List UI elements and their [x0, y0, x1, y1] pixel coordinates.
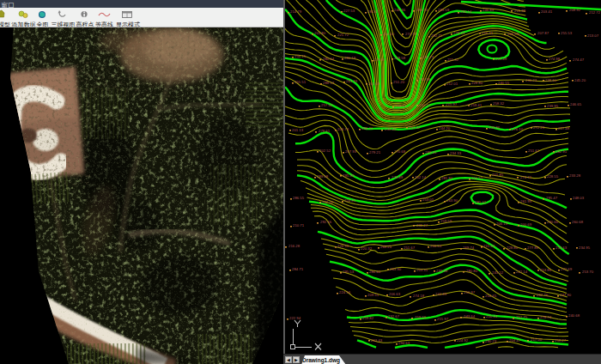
svg-text:206.63: 206.63: [389, 292, 401, 296]
svg-text:261.93: 261.93: [346, 79, 358, 83]
svg-text:238.60: 238.60: [545, 78, 557, 82]
svg-text:274.98: 274.98: [549, 57, 561, 61]
svg-text:203.41: 203.41: [541, 9, 553, 14]
svg-text:288.76: 288.76: [361, 126, 373, 130]
svg-text:240.68: 240.68: [568, 313, 580, 318]
svg-text:258.32: 258.32: [493, 101, 505, 106]
svg-text:288.13: 288.13: [323, 81, 335, 85]
svg-text:243.52: 243.52: [492, 270, 504, 275]
svg-text:274.31: 274.31: [520, 175, 532, 179]
svg-text:222.14: 222.14: [516, 270, 528, 274]
svg-text:215.97: 215.97: [437, 317, 449, 321]
svg-text:272.23: 272.23: [533, 125, 545, 130]
svg-text:290.14: 290.14: [460, 9, 472, 14]
svg-text:213.07: 213.07: [587, 33, 599, 38]
svg-text:215.49: 215.49: [495, 57, 507, 61]
svg-text:240.55: 240.55: [498, 81, 510, 85]
svg-text:255.32: 255.32: [447, 58, 459, 62]
svg-text:218.31: 218.31: [395, 104, 407, 108]
svg-text:210.71: 210.71: [293, 223, 305, 228]
svg-text:274.18: 274.18: [413, 294, 425, 298]
svg-text:227.48: 227.48: [558, 126, 570, 130]
svg-text:295.39: 295.39: [343, 173, 355, 178]
svg-text:215.97: 215.97: [446, 102, 458, 106]
svg-text:245.20: 245.20: [574, 78, 586, 82]
svg-text:286.73: 286.73: [416, 8, 428, 12]
svg-text:278.74: 278.74: [540, 315, 552, 319]
svg-text:262.76: 262.76: [537, 293, 549, 297]
svg-text:292.66: 292.66: [320, 220, 332, 224]
svg-text:274.18: 274.18: [405, 32, 417, 36]
svg-text:281.02: 281.02: [475, 200, 487, 204]
svg-text:295.47: 295.47: [546, 196, 558, 200]
svg-text:258.27: 258.27: [555, 338, 567, 343]
svg-text:216.28: 216.28: [288, 244, 300, 248]
svg-text:206.09: 206.09: [507, 32, 519, 36]
svg-text:278.61: 278.61: [319, 129, 331, 133]
svg-text:263.43: 263.43: [371, 338, 383, 343]
svg-text:203.31: 203.31: [416, 268, 428, 272]
svg-text:246.65: 246.65: [570, 102, 582, 106]
svg-text:254.65: 254.65: [485, 294, 497, 298]
svg-text:280.80: 280.80: [466, 269, 478, 273]
svg-text:226.31: 226.31: [337, 244, 349, 248]
svg-text:269.74: 269.74: [463, 246, 475, 250]
svg-text:234.33: 234.33: [450, 151, 462, 155]
svg-text:228.80: 228.80: [471, 81, 483, 85]
svg-text:256.97: 256.97: [464, 290, 476, 294]
svg-text:201.85: 201.85: [492, 173, 504, 177]
svg-text:212.01: 212.01: [446, 82, 458, 86]
svg-text:224.56: 224.56: [339, 290, 351, 294]
svg-text:221.72: 221.72: [337, 33, 349, 37]
svg-text:245.98: 245.98: [419, 77, 431, 82]
svg-text:224.92: 224.92: [457, 338, 469, 343]
svg-text:289.05: 289.05: [425, 150, 437, 155]
svg-text:278.97: 278.97: [374, 58, 386, 62]
svg-text:259.66: 259.66: [415, 315, 427, 319]
svg-text:255.53: 255.53: [561, 31, 573, 35]
svg-text:233.28: 233.28: [569, 173, 581, 178]
svg-text:206.19: 206.19: [496, 221, 508, 226]
svg-text:286.60: 286.60: [369, 270, 381, 274]
svg-text:259.82: 259.82: [362, 316, 374, 320]
svg-text:239.95: 239.95: [547, 104, 559, 108]
svg-text:204.47: 204.47: [509, 338, 521, 343]
svg-text:238.48: 238.48: [385, 127, 397, 131]
svg-text:253.70: 253.70: [582, 270, 594, 274]
svg-text:294.63: 294.63: [398, 341, 410, 345]
svg-text:270.68: 270.68: [394, 149, 406, 154]
svg-text:281.67: 281.67: [367, 9, 379, 14]
svg-text:255.51: 255.51: [294, 80, 307, 84]
svg-text:276.10: 276.10: [512, 127, 524, 131]
svg-text:286.55: 286.55: [293, 196, 305, 200]
svg-text:253.63: 253.63: [555, 246, 568, 250]
svg-text:239.48: 239.48: [436, 269, 448, 273]
svg-text:262.42: 262.42: [409, 125, 421, 130]
svg-text:248.36: 248.36: [394, 8, 406, 12]
svg-text:219.86: 219.86: [489, 125, 501, 130]
svg-text:257.52: 257.52: [321, 103, 333, 107]
svg-text:228.80: 228.80: [507, 246, 519, 250]
svg-text:251.62: 251.62: [528, 149, 540, 153]
svg-text:256.15: 256.15: [294, 54, 307, 58]
svg-text:248.03: 248.03: [573, 196, 585, 200]
svg-text:280.19: 280.19: [344, 56, 356, 60]
svg-text:227.53: 227.53: [343, 9, 355, 13]
svg-text:200.69: 200.69: [520, 222, 532, 227]
svg-text:202.14: 202.14: [415, 175, 427, 179]
svg-text:277.88: 277.88: [527, 246, 539, 250]
svg-text:212.72: 212.72: [589, 10, 601, 15]
svg-text:279.21: 279.21: [369, 150, 381, 155]
svg-text:261.69: 261.69: [368, 82, 380, 86]
svg-text:289.08: 289.08: [317, 174, 329, 179]
svg-text:216.31: 216.31: [482, 31, 494, 35]
svg-text:235.73: 235.73: [422, 55, 434, 59]
svg-text:209.51: 209.51: [367, 293, 379, 297]
svg-text:252.75: 252.75: [516, 315, 528, 319]
svg-text:267.93: 267.93: [345, 149, 357, 154]
svg-text:200.61: 200.61: [486, 314, 498, 318]
svg-text:216.51: 216.51: [471, 176, 483, 180]
svg-text:251.67: 251.67: [404, 246, 416, 250]
svg-text:261.99: 261.99: [520, 199, 532, 203]
svg-text:214.79: 214.79: [290, 9, 302, 14]
